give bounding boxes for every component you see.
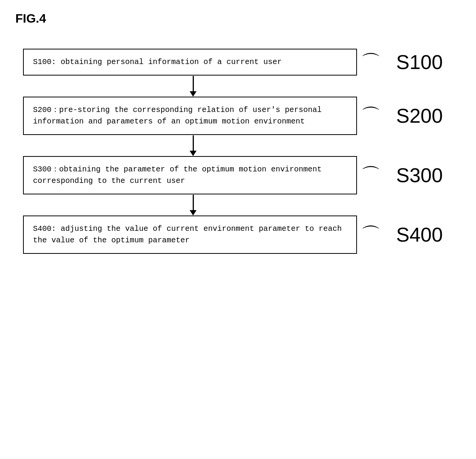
step-box-s200: S200：pre-storing the corresponding relat… (23, 97, 357, 135)
step-box-s100: S100: obtaining personal information of … (23, 49, 357, 76)
arrow-1-container (23, 76, 357, 97)
arrow-3-container (23, 194, 357, 216)
figure-title: FIG.4 (15, 12, 461, 26)
arrow-3-line (193, 195, 194, 210)
step-label-s200-container: ⌒ S200 (357, 104, 443, 127)
step-row-s200: S200：pre-storing the corresponding relat… (23, 97, 461, 135)
bracket-curve-s300: ⌒ (361, 165, 381, 185)
step-row-s300: S300：obtaining the parameter of the opti… (23, 156, 461, 194)
step-label-s300: S300 (396, 164, 443, 187)
arrow-2-container (23, 135, 357, 156)
arrow-3 (190, 194, 197, 216)
flowchart: S100: obtaining personal information of … (15, 49, 461, 254)
arrow-2-line (193, 135, 194, 151)
step-label-s300-container: ⌒ S300 (357, 164, 443, 187)
step-label-s200: S200 (396, 104, 443, 127)
page-container: FIG.4 S100: obtaining personal informati… (0, 0, 476, 459)
step-box-s300: S300：obtaining the parameter of the opti… (23, 156, 357, 194)
step-label-s400: S400 (396, 223, 443, 246)
step-row-s100: S100: obtaining personal information of … (23, 49, 461, 76)
bracket-curve-s100: ⌒ (361, 52, 381, 72)
step-label-s100: S100 (396, 51, 443, 74)
step-label-s400-container: ⌒ S400 (357, 223, 443, 246)
arrow-2 (190, 135, 197, 156)
arrow-1 (190, 76, 197, 97)
arrow-2-head (190, 151, 197, 156)
arrow-1-line (193, 76, 194, 91)
step-label-s100-container: ⌒ S100 (357, 51, 443, 74)
bracket-curve-s400: ⌒ (361, 225, 381, 245)
arrow-3-head (190, 210, 197, 216)
step-box-s400: S400: adjusting the value of current env… (23, 216, 357, 254)
bracket-curve-s200: ⌒ (361, 106, 381, 126)
step-row-s400: S400: adjusting the value of current env… (23, 216, 461, 254)
arrow-1-head (190, 91, 197, 97)
